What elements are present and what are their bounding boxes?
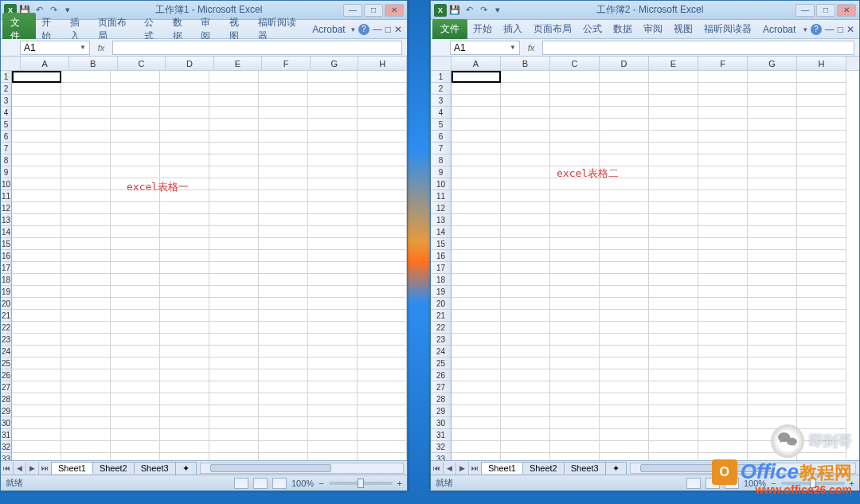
- cell[interactable]: [12, 226, 61, 238]
- cell[interactable]: [160, 405, 209, 417]
- cell[interactable]: [452, 143, 501, 154]
- cell[interactable]: [698, 95, 748, 107]
- cell[interactable]: [160, 322, 209, 334]
- cell[interactable]: [308, 143, 358, 154]
- cell[interactable]: [501, 83, 550, 95]
- cell[interactable]: [209, 369, 259, 381]
- qat-dropdown-icon[interactable]: ▾: [491, 4, 504, 17]
- cell[interactable]: [61, 250, 111, 262]
- row-header[interactable]: 10: [1, 178, 12, 190]
- cell[interactable]: [111, 334, 160, 346]
- cell[interactable]: [748, 95, 797, 107]
- cell[interactable]: [501, 357, 550, 369]
- cell[interactable]: [61, 154, 111, 166]
- row-header[interactable]: 30: [1, 417, 12, 429]
- ribbon-tab-insert[interactable]: 插入: [498, 19, 528, 39]
- cell[interactable]: [259, 405, 308, 417]
- cell[interactable]: [111, 357, 160, 369]
- row-header[interactable]: 3: [1, 95, 12, 107]
- cell[interactable]: [308, 214, 358, 226]
- cell[interactable]: [61, 71, 111, 83]
- cell[interactable]: [698, 178, 748, 190]
- col-header[interactable]: C: [550, 57, 600, 70]
- sheet-tab[interactable]: Sheet1: [51, 462, 93, 474]
- cell[interactable]: [501, 381, 550, 393]
- cell[interactable]: [61, 286, 111, 298]
- cell[interactable]: [452, 190, 501, 202]
- cell[interactable]: [61, 131, 111, 143]
- cell[interactable]: [12, 95, 61, 107]
- cell[interactable]: [259, 429, 308, 441]
- row-header[interactable]: 33: [1, 453, 12, 460]
- row-header[interactable]: 25: [1, 357, 12, 369]
- row-header[interactable]: 8: [431, 154, 452, 166]
- cell[interactable]: [797, 357, 846, 369]
- cell[interactable]: [698, 322, 748, 334]
- cell[interactable]: [259, 274, 308, 286]
- cell[interactable]: [452, 131, 501, 143]
- doc-minimize-icon[interactable]: —: [373, 24, 382, 35]
- cell[interactable]: [308, 405, 358, 417]
- row-header[interactable]: 1: [431, 71, 452, 83]
- row-header[interactable]: 15: [431, 238, 452, 250]
- ribbon-tab-review[interactable]: 审阅: [638, 19, 668, 39]
- cell[interactable]: [649, 143, 698, 154]
- cell[interactable]: [550, 298, 600, 310]
- cell[interactable]: [600, 298, 649, 310]
- cell[interactable]: [12, 405, 61, 417]
- row-header[interactable]: 15: [1, 238, 12, 250]
- cell[interactable]: [501, 166, 550, 178]
- sheet-tab[interactable]: Sheet1: [481, 462, 523, 474]
- cell[interactable]: [550, 405, 600, 417]
- help-icon[interactable]: ?: [811, 24, 822, 35]
- cell[interactable]: [308, 310, 358, 322]
- cell[interactable]: [308, 250, 358, 262]
- cell[interactable]: [61, 334, 111, 346]
- name-box[interactable]: A1 ▼: [20, 41, 90, 55]
- cell[interactable]: [649, 322, 698, 334]
- cell[interactable]: [797, 214, 846, 226]
- cell[interactable]: [61, 298, 111, 310]
- cell[interactable]: [209, 286, 259, 298]
- cell[interactable]: [452, 381, 501, 393]
- cell[interactable]: [209, 166, 259, 178]
- cell[interactable]: [358, 393, 407, 405]
- titlebar[interactable]: X 💾 ↶ ↷ ▾ 工作簿2 - Microsoft Excel — □ ✕: [431, 1, 859, 20]
- cell[interactable]: [308, 357, 358, 369]
- cell[interactable]: [501, 286, 550, 298]
- cell[interactable]: [649, 381, 698, 393]
- row-header[interactable]: 22: [1, 322, 12, 334]
- col-header[interactable]: D: [600, 57, 649, 70]
- cell[interactable]: [308, 369, 358, 381]
- cell[interactable]: [550, 71, 600, 83]
- view-normal-icon[interactable]: [686, 478, 701, 489]
- cell[interactable]: [259, 298, 308, 310]
- cell[interactable]: [358, 143, 407, 154]
- help-icon[interactable]: ?: [358, 24, 369, 35]
- nav-last-icon[interactable]: ⏭: [469, 462, 482, 475]
- cell[interactable]: [550, 262, 600, 274]
- cell[interactable]: [600, 441, 649, 453]
- cell[interactable]: [209, 453, 259, 460]
- cell[interactable]: [600, 357, 649, 369]
- cell[interactable]: [61, 393, 111, 405]
- cell[interactable]: [111, 274, 160, 286]
- ribbon-tab-home[interactable]: 开始: [467, 19, 498, 39]
- cell[interactable]: [501, 453, 550, 460]
- cell[interactable]: [550, 238, 600, 250]
- cell[interactable]: [308, 178, 358, 190]
- cell[interactable]: [12, 393, 61, 405]
- cell[interactable]: [452, 214, 501, 226]
- cell[interactable]: [600, 286, 649, 298]
- cell[interactable]: [452, 286, 501, 298]
- row-header[interactable]: 18: [1, 274, 12, 286]
- row-header[interactable]: 20: [1, 298, 12, 310]
- cell[interactable]: [111, 238, 160, 250]
- cell[interactable]: [698, 107, 748, 119]
- zoom-level[interactable]: 100%: [291, 479, 314, 488]
- cell[interactable]: [649, 357, 698, 369]
- row-header[interactable]: 12: [431, 202, 452, 214]
- cell[interactable]: [209, 405, 259, 417]
- cell[interactable]: [259, 190, 308, 202]
- cell[interactable]: [501, 190, 550, 202]
